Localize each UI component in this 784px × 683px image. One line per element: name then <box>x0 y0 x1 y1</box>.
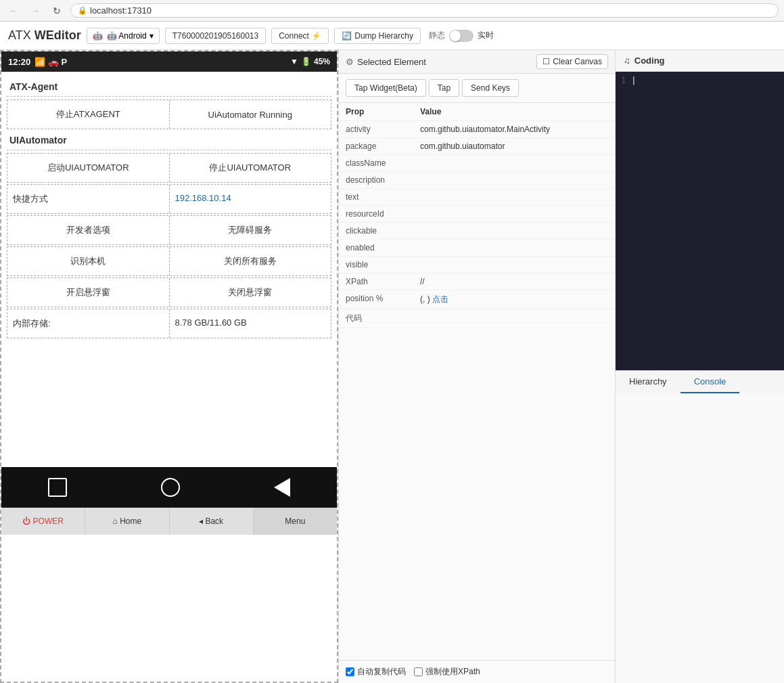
static-label: 静态 <box>429 30 445 41</box>
forward-button[interactable]: → <box>27 3 43 19</box>
stop-atxagent-button[interactable]: 停止ATXAGENT <box>7 100 170 129</box>
uiautomator-buttons: 启动UIAUTOMATOR 停止UIAUTOMATOR <box>7 153 331 183</box>
nav-square-icon[interactable] <box>48 478 67 497</box>
clear-canvas-icon: ☐ <box>543 57 550 66</box>
back-nav-button[interactable]: ◂ Back <box>170 508 254 535</box>
checkbox-row: 自动复制代码 强制使用XPath <box>339 660 615 683</box>
table-row: clickable <box>339 223 615 240</box>
prop-value <box>413 240 615 257</box>
code-editor[interactable]: 1 <box>616 72 784 370</box>
action-buttons: Tap Widget(Beta) Tap Send Keys <box>339 74 615 103</box>
music-icon: ♫ <box>624 56 630 66</box>
send-keys-button[interactable]: Send Keys <box>462 79 519 97</box>
tab-hierarchy[interactable]: Hierarchy <box>616 371 681 393</box>
close-float-button[interactable]: 关闭悬浮窗 <box>170 278 331 307</box>
start-uiautomator-button[interactable]: 启动UIAUTOMATOR <box>7 154 170 182</box>
bottom-tabs: Hierarchy Console <box>616 370 784 393</box>
prop-name: clickable <box>339 223 413 240</box>
enable-float-button[interactable]: 开启悬浮窗 <box>7 278 170 307</box>
prop-name: position % <box>339 290 413 309</box>
atx-agent-title: ATX-Agent <box>7 77 331 97</box>
refresh-icon: 🔄 <box>342 31 352 41</box>
table-row: text <box>339 189 615 206</box>
prop-value <box>413 309 615 328</box>
prop-value: // <box>413 273 615 290</box>
tab-console[interactable]: Console <box>681 371 740 393</box>
android-icon: 🤖 <box>93 31 103 41</box>
shortcuts-row: 快捷方式 192.168.10.14 <box>7 184 331 214</box>
table-row: description <box>339 172 615 189</box>
toggle-group: 静态 实时 <box>429 30 494 42</box>
ip-address[interactable]: 192.168.10.14 <box>170 185 331 213</box>
realtime-label: 实时 <box>478 30 494 41</box>
address-bar[interactable]: 🔒 localhost:17310 <box>70 3 779 18</box>
dev-options-button[interactable]: 开发者选项 <box>7 216 170 244</box>
value-header: Value <box>413 103 615 121</box>
gear-icon: ⚙ <box>346 57 354 67</box>
selected-element-label: ⚙ Selected Element <box>346 57 426 67</box>
wifi-icon: ▼ <box>290 57 298 66</box>
prop-header: Prop <box>339 103 413 121</box>
auto-copy-checkbox[interactable]: 自动复制代码 <box>346 666 406 678</box>
tap-widget-button[interactable]: Tap Widget(Beta) <box>346 79 426 97</box>
android-dropdown[interactable]: 🤖 🤖 Android ▾ <box>87 28 160 44</box>
prop-name: className <box>339 155 413 172</box>
status-bar: 12:20 📶 🚗 P ▼ 🔋 45% <box>1 51 337 72</box>
browser-chrome: ← → ↻ 🔒 localhost:17310 <box>0 0 784 22</box>
prop-value <box>413 257 615 273</box>
connect-button[interactable]: Connect ⚡ <box>271 28 329 44</box>
prop-value: (, ) 点击 <box>413 290 615 309</box>
shortcuts-label: 快捷方式 <box>7 185 170 213</box>
status-icons: 📶 🚗 P <box>34 57 67 67</box>
lock-icon: 🔒 <box>78 6 87 15</box>
code-content[interactable] <box>631 76 779 366</box>
inspector-header: ⚙ Selected Element ☐ Clear Canvas <box>339 50 615 74</box>
home-button[interactable]: ⌂ Home <box>85 508 169 535</box>
identify-close-buttons: 识别本机 关闭所有服务 <box>7 246 331 276</box>
prop-name: description <box>339 172 413 189</box>
storage-label: 内部存储: <box>7 309 170 338</box>
atx-logo: ATX WEditor <box>8 28 81 43</box>
status-left: 12:20 📶 🚗 P <box>8 57 67 67</box>
prop-value <box>413 223 615 240</box>
nav-back-icon[interactable] <box>274 478 290 497</box>
toggle-switch[interactable] <box>449 30 474 42</box>
prop-name: enabled <box>339 240 413 257</box>
dump-hierarchy-button[interactable]: 🔄 Dump Hierarchy <box>334 28 421 44</box>
storage-value: 8.78 GB/11.60 GB <box>170 309 331 338</box>
clear-canvas-button[interactable]: ☐ Clear Canvas <box>536 54 608 69</box>
force-xpath-checkbox[interactable]: 强制使用XPath <box>414 666 480 678</box>
atx-agent-buttons: 停止ATXAGENT UiAutomator Running <box>7 100 331 129</box>
accessibility-button[interactable]: 无障碍服务 <box>170 216 331 244</box>
prop-name: package <box>339 138 413 155</box>
table-row: enabled <box>339 240 615 257</box>
atx-header: ATX WEditor 🤖 🤖 Android ▾ T7600002019051… <box>0 22 784 50</box>
power-button[interactable]: ⏻ POWER <box>1 508 85 535</box>
device-id: T760000201905160013 <box>165 28 266 44</box>
inspector-panel: ⚙ Selected Element ☐ Clear Canvas Tap Wi… <box>338 50 615 683</box>
phone-spacer <box>1 345 337 467</box>
identify-button[interactable]: 识别本机 <box>7 247 170 276</box>
menu-button[interactable]: Menu <box>254 508 337 535</box>
phone-footer: ⏻ POWER ⌂ Home ◂ Back Menu <box>1 508 337 535</box>
battery-icon: 🔋 <box>301 57 311 66</box>
phone-panel: 12:20 📶 🚗 P ▼ 🔋 45% ATX-Agent 停止ATXAGENT… <box>0 50 338 683</box>
uiautomator-running-button[interactable]: UiAutomator Running <box>170 100 331 129</box>
prop-name: activity <box>339 121 413 138</box>
table-row: position %(, ) 点击 <box>339 290 615 309</box>
close-all-button[interactable]: 关闭所有服务 <box>170 247 331 276</box>
table-row: 代码 <box>339 309 615 328</box>
click-link[interactable]: 点击 <box>432 294 448 304</box>
phone-content: ATX-Agent 停止ATXAGENT UiAutomator Running… <box>1 72 337 345</box>
table-row: visible <box>339 257 615 273</box>
prop-name: text <box>339 189 413 206</box>
tab-content-area <box>616 393 784 684</box>
refresh-button[interactable]: ↻ <box>49 3 65 19</box>
uiautomator-title: UIAutomator <box>7 131 331 150</box>
stop-uiautomator-button[interactable]: 停止UIAUTOMATOR <box>170 154 331 182</box>
prop-value <box>413 155 615 172</box>
nav-circle-icon[interactable] <box>161 478 180 497</box>
back-button[interactable]: ← <box>5 3 22 19</box>
prop-name: resourceId <box>339 206 413 223</box>
tap-button[interactable]: Tap <box>429 79 459 97</box>
